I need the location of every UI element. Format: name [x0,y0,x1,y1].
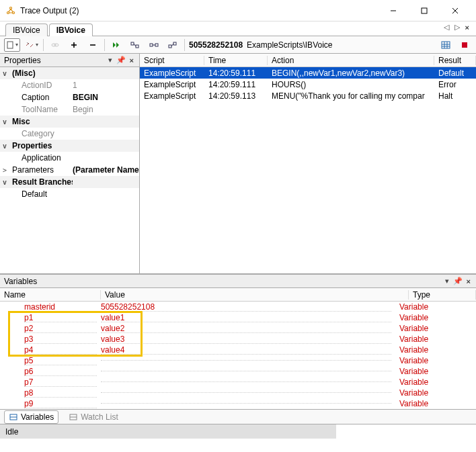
svg-rect-4 [422,8,427,13]
svg-rect-16 [155,44,158,46]
svg-point-1 [7,11,9,13]
tools-button[interactable] [24,38,39,52]
col-script[interactable]: Script [140,56,204,65]
variables-grid: Name Value Type masterid505528252108Vari… [0,288,476,409]
prop-row-category[interactable]: Category [0,128,139,140]
properties-title: Properties [4,56,41,65]
tab-ibvoice-2[interactable]: IBVoice [49,24,93,36]
panel-close-icon[interactable]: × [465,277,472,285]
svg-rect-17 [169,45,171,48]
svg-rect-14 [136,45,138,48]
watch-tab-icon [69,412,78,422]
table-row[interactable]: ExampleScript 14:20:59.111 BEGIN(,,newVa… [140,67,476,79]
add-button[interactable] [67,38,81,52]
vcol-type[interactable]: Type [409,290,476,300]
svg-point-0 [10,7,12,9]
var-row[interactable]: masterid505528252108Variable [0,302,476,312]
panel-menu-icon[interactable]: ▾ [444,277,450,285]
vcol-name[interactable]: Name [0,290,101,300]
separator [104,39,105,51]
prop-row-default[interactable]: Default [0,188,139,200]
remove-button[interactable] [85,38,100,52]
svg-rect-24 [462,42,467,48]
new-doc-button[interactable] [4,38,20,52]
minimize-button[interactable] [378,1,409,21]
tab-next-icon[interactable]: ▷ [453,23,461,32]
panel-menu-icon[interactable]: ▾ [107,56,114,64]
top-tab-row: IBVoice IBVoice ◁ ▷ × [0,21,476,36]
var-row[interactable]: p4value4Variable [0,345,476,355]
bottom-tab-watch[interactable]: Watch List [64,410,123,424]
prop-row-application[interactable]: Application [0,152,139,164]
svg-point-9 [54,44,58,46]
variables-grid-header: Name Value Type [0,288,476,302]
prop-row-toolname[interactable]: ToolNameBegin [0,103,139,116]
var-row[interactable]: p7Variable [0,377,476,388]
variables-tab-icon [9,412,18,422]
prop-cat-properties[interactable]: vProperties [0,140,139,152]
separator [43,39,44,51]
prop-row-actionid[interactable]: ActionID1 [0,79,139,91]
var-row[interactable]: p1value1Variable [0,312,476,323]
link-button[interactable] [48,38,63,52]
col-action[interactable]: Action [268,56,434,65]
step-over-button[interactable] [147,38,161,52]
properties-header: Properties ▾ 📌 × [0,54,139,67]
col-result[interactable]: Result [434,56,476,65]
var-row[interactable]: p3value3Variable [0,334,476,345]
bottom-tab-row: Variables Watch List [0,409,476,424]
variables-title: Variables [4,277,37,286]
breadcrumb: 505528252108 ExampleScripts\IBVoice [189,40,434,50]
separator [184,39,185,51]
grid-button[interactable] [438,38,453,52]
tab-nav: ◁ ▷ × [442,23,471,32]
trace-table-header: Script Time Action Result [140,54,476,67]
svg-rect-15 [150,44,153,46]
svg-point-2 [13,11,15,13]
step-into-button[interactable] [128,38,143,52]
var-row[interactable]: p8Variable [0,388,476,398]
app-icon [5,5,16,16]
panel-close-icon[interactable]: × [128,56,135,64]
prop-row-caption[interactable]: CaptionBEGIN [0,91,139,103]
prop-cat-misc-paren[interactable]: v(Misc) [0,67,139,79]
var-row[interactable]: p6Variable [0,366,476,377]
col-time[interactable]: Time [204,56,268,65]
svg-rect-19 [442,42,450,48]
prop-cat-result[interactable]: vResult Branches [0,176,139,188]
step-out-button[interactable] [165,38,180,52]
breadcrumb-path: ExampleScripts\IBVoice [247,40,332,50]
trace-table: Script Time Action Result ExampleScript … [140,54,476,273]
record-button[interactable] [457,38,472,52]
vcol-value[interactable]: Value [101,290,409,300]
titlebar: Trace Output (2) [0,0,476,21]
run-button[interactable] [109,38,124,52]
table-row[interactable]: ExampleScript 14:20:59.113 MENU("%Thank … [140,90,476,101]
properties-grid: v(Misc) ActionID1 CaptionBEGIN ToolNameB… [0,67,139,273]
tab-ibvoice-1[interactable]: IBVoice [5,24,48,36]
pin-icon[interactable]: 📌 [453,277,463,285]
tab-close-icon[interactable]: × [464,24,471,32]
prop-row-parameters[interactable]: >Parameters(Parameter Name [0,164,139,176]
svg-rect-13 [131,42,134,45]
bottom-tab-variables[interactable]: Variables [4,410,58,424]
var-row[interactable]: p2value2Variable [0,323,476,334]
status-text: Idle [0,424,336,439]
svg-rect-7 [7,42,13,48]
prop-cat-misc[interactable]: vMisc [0,116,139,128]
tab-prev-icon[interactable]: ◁ [442,23,450,32]
svg-rect-18 [173,42,176,45]
var-row[interactable]: p9Variable [0,398,476,409]
breadcrumb-id: 505528252108 [189,40,243,50]
var-row[interactable]: p5Variable [0,355,476,366]
maximize-button[interactable] [409,1,440,21]
window-title: Trace Output (2) [20,6,378,15]
status-bar: Idle [0,424,476,439]
close-button[interactable] [440,1,471,21]
table-row[interactable]: ExampleScript 14:20:59.111 HOURS() Error [140,79,476,90]
variables-header: Variables ▾ 📌 × [0,275,476,288]
pin-icon[interactable]: 📌 [116,56,126,64]
toolstrip: 505528252108 ExampleScripts\IBVoice [0,36,476,54]
